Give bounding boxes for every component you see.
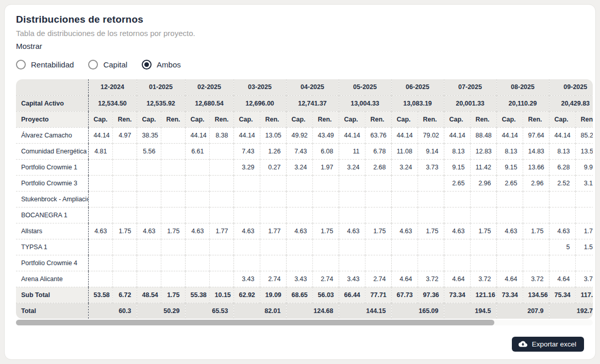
ren-cell: 1.75 [523,223,549,239]
cap-cell: 2.52 [549,175,575,191]
ren-cell: 8.38 [209,127,234,143]
radio-rentabilidad[interactable]: Rentabilidad [16,60,74,70]
table-row: Sub Total53.586.7248.541.7555.3810.1562.… [16,287,593,303]
ren-cell: 10.15 [209,287,234,303]
ren-cell: 43.49 [312,127,339,143]
cap-cell [286,175,312,191]
month-header: 08-2025 [496,79,549,95]
cap-column-header: Cap. [286,111,312,127]
cap-cell [137,239,161,255]
ren-cell [161,255,185,271]
ren-cell: 1.75 [575,223,593,239]
capital-activo-value: 20,001.33 [444,95,496,111]
ren-cell [112,143,137,159]
cap-cell [339,175,365,191]
month-header: 01-2025 [137,79,185,95]
cap-column-header: Cap. [391,111,418,127]
radio-circle-icon[interactable] [16,60,26,70]
cap-cell: 7.43 [286,143,312,159]
export-excel-button[interactable]: Exportar excel [512,337,584,352]
ren-cell [312,255,339,271]
radio-circle-icon[interactable] [88,60,98,70]
ren-cell [365,239,391,255]
ren-cell [418,255,444,271]
ren-cell [470,255,496,271]
month-header: 03-2025 [234,79,286,95]
show-mode-radio-group: RentabilidadCapitalAmbos [16,58,584,71]
ren-cell: 13.05 [260,127,286,143]
ren-cell: 79.02 [418,127,444,143]
cap-cell [444,255,470,271]
ren-cell: 56.03 [312,287,339,303]
cap-cell [137,159,161,175]
ren-cell [575,191,593,207]
table-row: Comunidad Energética4.815.566.617.431.26… [16,143,593,159]
radio-circle-icon[interactable] [142,60,152,70]
ren-cell [523,239,549,255]
cap-cell: 3.24 [339,159,365,175]
cap-cell: 2.65 [444,175,470,191]
capital-activo-value: 20,110.29 [496,95,549,111]
cap-cell [496,191,523,207]
ren-cell: 1.52 [575,239,593,255]
cap-cell [137,191,161,207]
cap-cell [88,191,112,207]
ren-cell [575,207,593,223]
radio-label: Ambos [157,60,181,69]
ren-cell [260,191,286,207]
cap-cell: 11.08 [391,143,418,159]
cap-cell: 73.34 [496,287,523,303]
cap-cell: 4.63 [496,223,523,239]
month-header: 05-2025 [339,79,391,95]
ren-cell [112,207,137,223]
ren-cell: 1.77 [209,223,234,239]
ren-cell [365,255,391,271]
ren-cell [523,255,549,271]
project-name: Stukenbrock - Ampliación [16,191,88,207]
cap-cell: 44.14 [549,127,575,143]
cap-cell: 4.63 [185,223,209,239]
cap-cell [185,159,209,175]
cap-cell [496,255,523,271]
cap-cell [286,191,312,207]
ren-cell [260,175,286,191]
ren-cell: 134.56 [523,287,549,303]
page-title: Distribuciones de retornos [16,14,584,25]
radio-dot [91,62,95,67]
project-name: Álvarez Camacho [16,127,88,143]
horizontal-scrollbar-track[interactable] [16,320,593,325]
ren-cell: 1.26 [260,143,286,159]
capital-activo-value: 20,429.83 [549,95,593,111]
ren-cell: 1.97 [312,159,339,175]
ren-cell: 2.74 [365,271,391,287]
ren-cell [209,191,234,207]
months-header-row: 12-202401-202502-202503-202504-202505-20… [16,79,593,95]
cap-cell: 4.64 [444,271,470,287]
radio-capital[interactable]: Capital [88,60,127,70]
cap-cell [286,207,312,223]
ren-cell [312,239,339,255]
ren-cell: 2.68 [365,159,391,175]
ren-cell: 97.64 [523,127,549,143]
cap-cell: 4.64 [391,271,418,287]
cap-cell [444,191,470,207]
cap-cell: 75.34 [549,287,575,303]
ren-cell [365,191,391,207]
cap-cell: 44.14 [339,127,365,143]
cap-cell: 9.15 [444,159,470,175]
ren-cell: 6.72 [112,287,137,303]
ren-cell [161,143,185,159]
ren-cell: 77.71 [365,287,391,303]
cap-cell: 44.14 [234,127,260,143]
cap-cell [137,175,161,191]
radio-ambos[interactable]: Ambos [142,60,181,70]
cap-cell: 7.43 [234,143,260,159]
cap-cell: 2.65 [496,175,523,191]
ren-cell [209,159,234,175]
cap-cell [185,255,209,271]
ren-column-header: Ren. [418,111,444,127]
ren-cell: 1.75 [312,223,339,239]
project-name: Portfolio Crowmie 3 [16,175,88,191]
cap-cell [549,207,575,223]
horizontal-scrollbar-thumb[interactable] [16,320,494,325]
